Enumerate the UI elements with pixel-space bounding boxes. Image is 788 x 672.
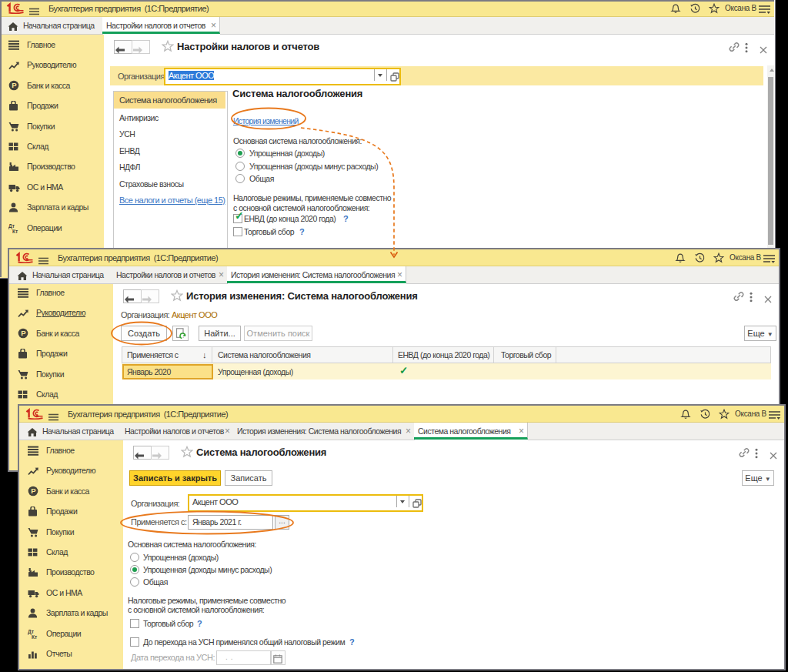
svg-text:Кт: Кт bbox=[32, 634, 37, 639]
svg-text:Р: Р bbox=[31, 486, 36, 495]
svg-text:Кт: Кт bbox=[12, 229, 18, 233]
svg-text:Р: Р bbox=[21, 329, 26, 337]
svg-text:Р: Р bbox=[12, 81, 17, 89]
